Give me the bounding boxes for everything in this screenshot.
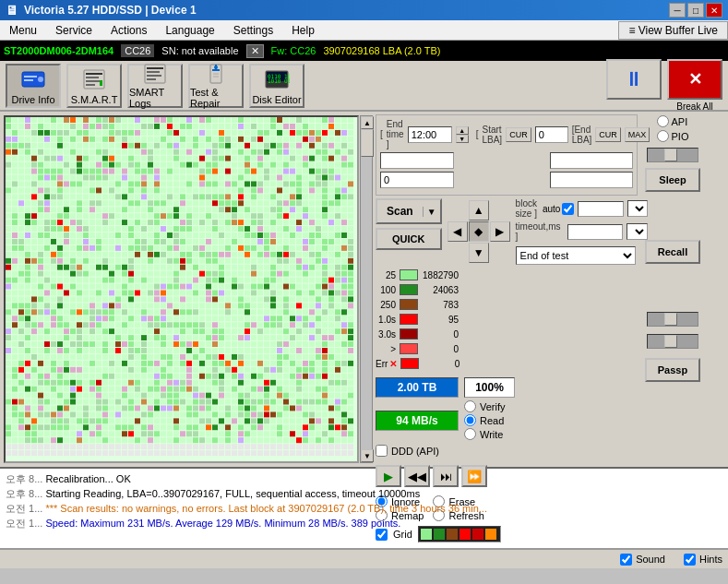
- scan-button[interactable]: Scan ▼: [376, 198, 442, 224]
- menu-item-actions[interactable]: Actions: [101, 22, 156, 39]
- verify-radio[interactable]: [464, 400, 476, 412]
- scan-dropdown-arrow[interactable]: ▼: [423, 207, 440, 217]
- scroll-thumb[interactable]: [361, 129, 374, 157]
- scroll-down-button[interactable]: ▼: [361, 449, 374, 462]
- lba-small-2[interactable]: [380, 172, 454, 188]
- end-test-select[interactable]: End of test: [516, 246, 636, 265]
- cur-button-2[interactable]: CUR: [595, 127, 621, 142]
- grid-section: Grid: [376, 526, 638, 542]
- ddd-checkbox[interactable]: [376, 445, 388, 457]
- recall-button[interactable]: Recall: [645, 240, 700, 264]
- menu-item-language[interactable]: Language: [156, 22, 223, 39]
- hints-checkbox[interactable]: [684, 554, 696, 566]
- end-lba-input[interactable]: 3907029167: [550, 152, 633, 169]
- svg-rect-9: [100, 80, 102, 86]
- scroll-up-button[interactable]: ▲: [361, 116, 374, 129]
- pause-button[interactable]: ⏸: [606, 59, 662, 100]
- api-radio[interactable]: [657, 115, 669, 127]
- drive-info-icon: [18, 66, 48, 92]
- time-spin-down[interactable]: ▼: [456, 135, 469, 143]
- slider-3-thumb[interactable]: [664, 335, 677, 348]
- smart-logs-button[interactable]: SMART Logs: [127, 64, 183, 108]
- sound-section: Sound: [620, 554, 665, 566]
- end-lba-2[interactable]: 3907029167: [550, 172, 633, 188]
- disk-map-scrollbar[interactable]: ▲ ▼: [360, 115, 373, 463]
- arrow-left[interactable]: ◀: [448, 221, 468, 242]
- minimize-button[interactable]: ─: [669, 3, 686, 18]
- break-all-button[interactable]: ✕: [667, 59, 722, 100]
- disk-editor-button[interactable]: 0110 1001 1010 0111 Disk Editor: [249, 64, 304, 108]
- arrow-empty-2: [490, 200, 510, 220]
- view-buffer-button[interactable]: ≡ View Buffer Live: [618, 21, 728, 40]
- drive-info-button[interactable]: Drive Info: [6, 64, 61, 108]
- skip-next-button[interactable]: ⏩: [461, 465, 487, 487]
- start-lba-input[interactable]: 0: [380, 152, 454, 169]
- skip-end-button[interactable]: ⏭: [433, 465, 459, 487]
- sound-label: Sound: [636, 554, 665, 565]
- close-button[interactable]: ✕: [706, 3, 722, 18]
- device-bar: ST2000DM006-2DM164 CC26 SN: not availabl…: [0, 41, 728, 61]
- slider-3[interactable]: [647, 334, 698, 349]
- break-icon: ✕: [688, 69, 702, 89]
- grid-bar-4: [459, 529, 471, 540]
- cur-button-1[interactable]: CUR: [506, 127, 531, 142]
- log-text-1: Recalibration... OK: [45, 473, 130, 484]
- arrow-down[interactable]: ▼: [469, 243, 489, 263]
- time-spinner: ▲ ▼: [456, 126, 469, 143]
- write-radio[interactable]: [464, 428, 476, 440]
- menu-item-menu[interactable]: Menu: [0, 22, 46, 39]
- arrow-up[interactable]: ▲: [469, 200, 489, 220]
- time-input[interactable]: [408, 126, 452, 143]
- read-radio[interactable]: [464, 414, 476, 426]
- end-time-text: End time ]: [387, 119, 404, 149]
- play-button[interactable]: ▶: [376, 465, 401, 487]
- legend-100-time: 100: [376, 285, 396, 295]
- break-all-label: Break All: [676, 101, 712, 112]
- quick-button[interactable]: QUICK: [376, 228, 442, 250]
- log-prefix-1: 오후 8...: [6, 473, 42, 484]
- pio-radio[interactable]: [657, 130, 669, 142]
- test-repair-icon: [201, 63, 231, 85]
- sleep-button[interactable]: Sleep: [645, 168, 700, 192]
- test-repair-button[interactable]: Test & Repair: [188, 64, 244, 108]
- rewind-button[interactable]: ◀◀: [404, 465, 430, 487]
- auto-checkbox-input[interactable]: [562, 203, 574, 215]
- menu-bar: Menu Service Actions Language Settings H…: [0, 20, 728, 41]
- arrow-pad: ▲ ◀ ◆ ▶ ▼: [448, 200, 510, 263]
- svg-point-1: [38, 77, 43, 82]
- grid-display: [418, 526, 501, 542]
- size-text: 2.00 TB: [398, 381, 437, 394]
- maximize-button[interactable]: □: [687, 3, 704, 18]
- speed-display: 94 MB/s: [376, 411, 459, 431]
- menu-item-service[interactable]: Service: [46, 22, 101, 39]
- time-spin-up[interactable]: ▲: [456, 126, 469, 135]
- transport-controls: ▶ ◀◀ ⏭ ⏩: [376, 465, 638, 487]
- disk-map-container: ▲ ▼: [4, 115, 373, 463]
- menu-item-settings[interactable]: Settings: [224, 22, 282, 39]
- svg-rect-14: [147, 78, 156, 80]
- menu-item-help[interactable]: Help: [282, 22, 324, 39]
- arrow-right[interactable]: ▶: [490, 221, 510, 242]
- svg-rect-12: [147, 71, 160, 73]
- read-option: Read: [464, 414, 506, 426]
- scan-label: Scan: [377, 205, 423, 218]
- slider-2-thumb[interactable]: [664, 313, 677, 326]
- log-prefix-3: 오전 1...: [6, 503, 42, 514]
- close-device-button[interactable]: ✕: [246, 44, 264, 58]
- svg-rect-6: [86, 77, 99, 78]
- disk-editor-icon: 0110 1001 1010 0111: [262, 66, 292, 92]
- block-size-input[interactable]: 2048: [578, 201, 624, 217]
- slider-thumb[interactable]: [664, 149, 677, 161]
- device-sn: SN: not available: [161, 45, 238, 56]
- io-mode-slider[interactable]: [647, 148, 698, 162]
- arrow-empty-4: [490, 243, 510, 263]
- timeout-input[interactable]: 10000: [567, 224, 623, 240]
- slider-2[interactable]: [647, 312, 698, 327]
- disk-editor-label: Disk Editor: [252, 94, 301, 105]
- sound-checkbox[interactable]: [620, 554, 632, 566]
- lba-small-input[interactable]: [535, 126, 568, 143]
- passp-button[interactable]: Passp: [645, 358, 700, 382]
- smart-button[interactable]: S.M.A.R.T: [66, 64, 122, 108]
- read-label: Read: [480, 415, 504, 426]
- auto-checkbox: auto: [543, 203, 574, 215]
